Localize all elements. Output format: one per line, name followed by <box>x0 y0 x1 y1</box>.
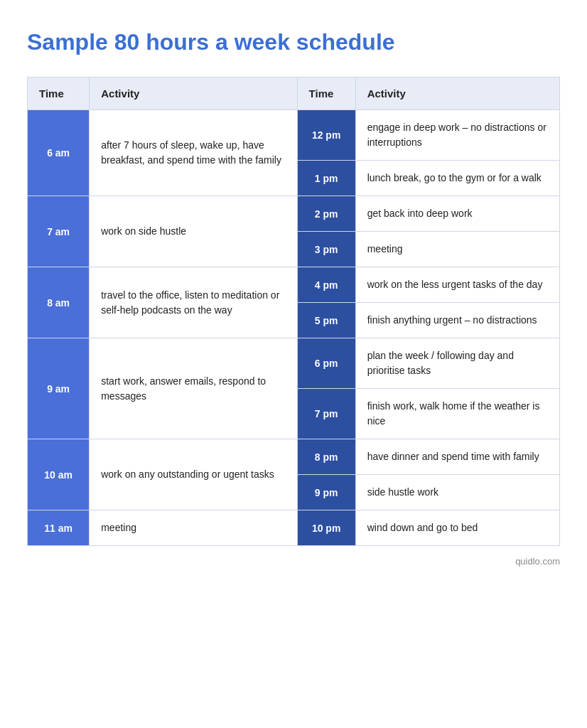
activity-left-5: meeting <box>90 510 297 546</box>
time-right-3: 3 pm <box>297 232 355 267</box>
time-right-10: 10 pm <box>297 510 355 546</box>
schedule-table: Time Activity Time Activity 6 amafter 7 … <box>27 77 560 546</box>
time-left-5: 11 am <box>28 510 90 546</box>
time-right-5: 5 pm <box>297 303 355 338</box>
footer-attribution: quidlo.com <box>27 556 560 567</box>
activity-right-9: side hustle work <box>355 475 559 510</box>
activity-right-2: get back into deep work <box>355 196 559 232</box>
time-right-0: 12 pm <box>297 110 355 161</box>
activity-right-7: finish work, walk home if the weather is… <box>355 389 559 439</box>
activity-left-3: start work, answer emails, respond to me… <box>90 338 297 439</box>
time-left-0: 6 am <box>28 110 90 196</box>
activity-right-3: meeting <box>355 232 559 267</box>
activity-right-6: plan the week / following day and priori… <box>355 338 559 389</box>
activity-right-4: work on the less urgent tasks of the day <box>355 267 559 303</box>
table-row: 10 amwork on any outstanding or ugent ta… <box>28 439 560 475</box>
page-title: Sample 80 hours a week schedule <box>27 28 560 55</box>
activity-right-1: lunch break, go to the gym or for a walk <box>355 161 559 196</box>
table-header-row: Time Activity Time Activity <box>28 77 560 110</box>
time-right-6: 6 pm <box>297 338 355 389</box>
table-row: 11 ammeeting10 pmwind down and go to bed <box>28 510 560 546</box>
activity-left-0: after 7 hours of sleep, wake up, have br… <box>90 110 297 196</box>
table-row: 7 amwork on side hustle2 pmget back into… <box>28 196 560 232</box>
time-right-1: 1 pm <box>297 161 355 196</box>
time-right-9: 9 pm <box>297 475 355 510</box>
activity-right-8: have dinner and spend time with family <box>355 439 559 475</box>
header-activity2: Activity <box>355 77 559 110</box>
time-right-7: 7 pm <box>297 389 355 439</box>
time-left-1: 7 am <box>28 196 90 267</box>
time-left-2: 8 am <box>28 267 90 338</box>
activity-left-2: travel to the office, listen to meditati… <box>90 267 297 338</box>
activity-right-5: finish anything urgent – no distractions <box>355 303 559 338</box>
table-row: 8 amtravel to the office, listen to medi… <box>28 267 560 303</box>
header-time2: Time <box>297 77 355 110</box>
header-time1: Time <box>28 77 90 110</box>
time-right-8: 8 pm <box>297 439 355 475</box>
time-left-3: 9 am <box>28 338 90 439</box>
activity-left-4: work on any outstanding or ugent tasks <box>90 439 297 510</box>
time-right-2: 2 pm <box>297 196 355 232</box>
table-row: 9 amstart work, answer emails, respond t… <box>28 338 560 389</box>
time-left-4: 10 am <box>28 439 90 510</box>
header-activity1: Activity <box>90 77 297 110</box>
activity-right-10: wind down and go to bed <box>355 510 559 546</box>
activity-left-1: work on side hustle <box>90 196 297 267</box>
time-right-4: 4 pm <box>297 267 355 303</box>
activity-right-0: engage in deep work – no distractions or… <box>355 110 559 161</box>
table-row: 6 amafter 7 hours of sleep, wake up, hav… <box>28 110 560 161</box>
